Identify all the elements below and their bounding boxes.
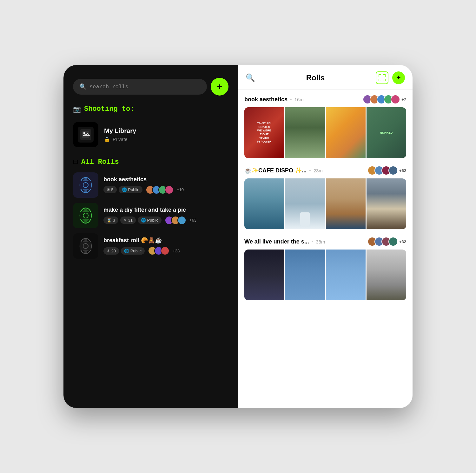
roll-1-count: +10 xyxy=(177,187,184,192)
all-rolls-section: 🎞 All Rolls xyxy=(73,158,228,166)
roll-3-public: 🌐 Public xyxy=(121,247,145,255)
feed-roll-3-meta: We all live under the s... • 38m xyxy=(244,238,325,245)
svg-rect-10 xyxy=(84,190,87,192)
scan-corner-br xyxy=(383,79,386,81)
svg-point-3 xyxy=(83,132,85,134)
roll-1-badge-shots: ✳ 5 xyxy=(103,186,117,193)
roll-2-public: 🌐 Public xyxy=(138,217,162,224)
feed-photo-sky-light xyxy=(326,250,366,300)
roll-2-avatars xyxy=(165,216,186,225)
roll-1-name: book aesthetics xyxy=(103,176,228,183)
right-header: 🔍 Rolls + xyxy=(238,65,413,90)
scan-corner-tr xyxy=(383,74,386,77)
feed-photo-book: TA-NEHISICOATESWE WEREEIGHTYEARSIN POWER xyxy=(244,107,284,158)
feed-roll-3-name: We all live under the s... xyxy=(244,238,309,245)
add-roll-button[interactable]: + xyxy=(211,78,228,96)
film-canister-2 xyxy=(73,203,98,228)
feed-roll-2-photos xyxy=(244,178,406,229)
my-library-privacy: Private xyxy=(113,137,128,142)
feed-photo-books-stack xyxy=(326,107,366,158)
roll-2-info: make a diy filter and take a pic ⌛ 3 ✳ 3… xyxy=(103,207,228,225)
feed-roll-1-photos: TA-NEHISICOATESWE WEREEIGHTYEARSIN POWER… xyxy=(244,107,406,158)
lock-icon: 🔒 xyxy=(104,137,110,142)
roll-1-badges: ✳ 5 🌐 Public +10 xyxy=(103,185,228,194)
feed-roll-2-avatars: +62 xyxy=(367,166,406,175)
feed-roll-1-count: +7 xyxy=(401,97,406,102)
feed-roll-3-avatars: +32 xyxy=(367,237,406,246)
roll-item-breakfast[interactable]: breakfast roll 🥐🧸☕ ✳ 20 🌐 Public +33 xyxy=(73,233,228,259)
my-library-name: My Library xyxy=(104,127,228,135)
feed-photo-sky-blue xyxy=(285,250,325,300)
roll-item-book-aesthetics[interactable]: book aesthetics ✳ 5 🌐 Public +10 xyxy=(73,172,228,198)
roll-2-badge-challenge: ⌛ 3 xyxy=(103,217,118,224)
shooting-to-section: 📷 Shooting to: xyxy=(73,105,228,113)
svg-rect-16 xyxy=(84,209,87,210)
feed-roll-3-photos xyxy=(244,250,406,300)
roll-1-info: book aesthetics ✳ 5 🌐 Public +10 xyxy=(103,176,228,194)
my-library-item[interactable]: My Library 🔒 Private xyxy=(73,119,228,150)
film-canister-1 xyxy=(73,172,98,198)
svg-rect-24 xyxy=(84,251,87,253)
feed-photo-blue-mug xyxy=(244,178,284,229)
roll-3-badge-shots: ✳ 20 xyxy=(103,247,119,255)
shooting-to-label: Shooting to: xyxy=(84,105,134,113)
search-input-container[interactable]: 🔍 search rolls xyxy=(73,79,207,95)
roll-1-public: 🌐 Public xyxy=(119,186,142,193)
feed-roll-book-aesthetics[interactable]: book aesthetics • 16m +7 xyxy=(244,95,406,158)
roll-item-diy-filter[interactable]: make a diy filter and take a pic ⌛ 3 ✳ 3… xyxy=(73,203,228,228)
roll-3-avatars xyxy=(148,246,169,255)
roll-2-name: make a diy filter and take a pic xyxy=(103,207,228,213)
roll-2-count: +63 xyxy=(189,218,196,223)
film-icon: 🎞 xyxy=(73,159,78,165)
feed-roll-3-count: +32 xyxy=(399,239,406,244)
svg-rect-17 xyxy=(84,221,87,223)
header-search-icon[interactable]: 🔍 xyxy=(246,73,255,82)
roll-3-badges: ✳ 20 🌐 Public +33 xyxy=(103,246,228,255)
feed-roll-2-name: ☕✨CAFE DISPO ✨... xyxy=(244,167,307,174)
roll-1-avatars xyxy=(146,185,174,194)
feed-roll-1-avatars: +7 xyxy=(363,95,406,104)
feed-photo-coffee-mug xyxy=(326,178,366,229)
rolls-feed: book aesthetics • 16m +7 xyxy=(238,90,413,408)
feed-roll-2-count: +62 xyxy=(399,168,406,173)
feed-roll-2-time: 23m xyxy=(314,168,323,173)
my-library-info: My Library 🔒 Private xyxy=(104,127,228,142)
feed-photo-white-kettle xyxy=(285,178,325,229)
add-roll-right-button[interactable]: + xyxy=(392,71,405,84)
feed-photo-tree-bare xyxy=(367,250,406,300)
feed-roll-3-time: 38m xyxy=(316,239,325,244)
feed-roll-sky[interactable]: We all live under the s... • 38m +32 xyxy=(244,237,406,300)
feed-roll-1-meta: book aesthetics • 16m xyxy=(244,96,304,103)
feed-roll-3-header: We all live under the s... • 38m +32 xyxy=(244,237,406,246)
scan-button[interactable] xyxy=(376,71,388,84)
scan-corner-bl xyxy=(379,79,381,81)
feed-roll-1-header: book aesthetics • 16m +7 xyxy=(244,95,406,104)
feed-avatar xyxy=(388,237,398,246)
search-input[interactable]: search rolls xyxy=(89,84,128,90)
feed-roll-1-time: 16m xyxy=(294,97,304,102)
feed-roll-1-name: book aesthetics xyxy=(244,96,288,103)
feed-photo-grass xyxy=(285,107,325,158)
avatar xyxy=(165,185,174,194)
feed-roll-cafe-dispo[interactable]: ☕✨CAFE DISPO ✨... • 23m +62 xyxy=(244,166,406,229)
roll-3-name: breakfast roll 🥐🧸☕ xyxy=(103,237,228,244)
left-panel: 🔍 search rolls + 📷 Shooting to: xyxy=(63,65,238,408)
feed-photo-cafe xyxy=(367,178,406,229)
all-rolls-label: All Rolls xyxy=(81,158,119,166)
roll-3-count: +33 xyxy=(173,249,180,253)
roll-3-info: breakfast roll 🥐🧸☕ ✳ 20 🌐 Public +33 xyxy=(103,237,228,255)
feed-photo-green-book: NSPIRED xyxy=(367,107,406,158)
my-library-thumbnail xyxy=(73,122,98,147)
roll-2-badges: ⌛ 3 ✳ 31 🌐 Public +63 xyxy=(103,216,228,225)
feed-avatar xyxy=(391,95,400,104)
feed-photo-sky-dark xyxy=(244,250,284,300)
svg-rect-9 xyxy=(84,178,87,180)
my-library-meta: 🔒 Private xyxy=(104,137,228,142)
camera-icon: 📷 xyxy=(73,105,81,113)
avatar xyxy=(177,216,186,225)
search-icon: 🔍 xyxy=(79,83,86,90)
avatar xyxy=(161,246,169,255)
svg-rect-23 xyxy=(84,239,87,241)
roll-2-badge-shots: ✳ 31 xyxy=(120,217,136,224)
scan-corner-tl xyxy=(379,74,381,77)
